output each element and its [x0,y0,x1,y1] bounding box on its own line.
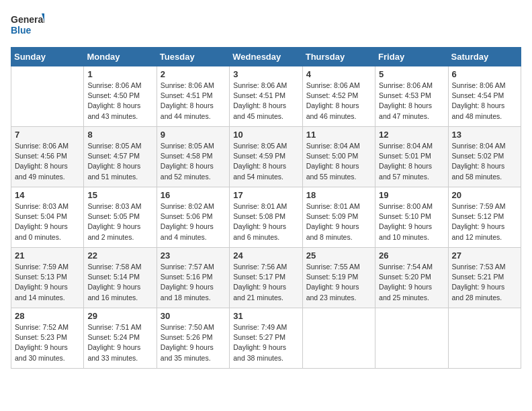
day-info: Sunrise: 8:04 AMSunset: 5:02 PMDaylight:… [452,141,517,182]
day-cell: 21 Sunrise: 7:59 AMSunset: 5:13 PMDaylig… [11,248,84,308]
day-info: Sunrise: 8:06 AMSunset: 4:50 PMDaylight:… [87,81,152,122]
day-cell: 20 Sunrise: 7:59 AMSunset: 5:12 PMDaylig… [448,187,521,248]
day-number: 24 [233,250,298,261]
day-cell: 1 Sunrise: 8:06 AMSunset: 4:50 PMDayligh… [84,66,157,127]
day-cell: 11 Sunrise: 8:04 AMSunset: 5:00 PMDaylig… [302,127,375,187]
weekday-header-thursday: Thursday [302,48,375,66]
weekday-header-saturday: Saturday [448,48,521,66]
day-number: 3 [233,69,298,79]
day-cell: 24 Sunrise: 7:56 AMSunset: 5:17 PMDaylig… [230,248,302,308]
day-info: Sunrise: 8:03 AMSunset: 5:04 PMDaylight:… [15,201,80,242]
day-cell [448,308,521,369]
day-number: 22 [87,250,152,261]
day-cell [11,66,84,127]
day-number: 28 [15,311,80,321]
day-cell: 18 Sunrise: 8:01 AMSunset: 5:09 PMDaylig… [302,187,375,248]
day-cell: 16 Sunrise: 8:02 AMSunset: 5:06 PMDaylig… [157,187,229,248]
day-cell: 6 Sunrise: 8:06 AMSunset: 4:54 PMDayligh… [448,66,521,127]
day-info: Sunrise: 7:50 AMSunset: 5:26 PMDaylight:… [161,322,226,363]
day-cell: 30 Sunrise: 7:50 AMSunset: 5:26 PMDaylig… [157,308,229,369]
day-number: 21 [15,250,80,261]
day-cell: 19 Sunrise: 8:00 AMSunset: 5:10 PMDaylig… [375,187,448,248]
day-info: Sunrise: 8:01 AMSunset: 5:08 PMDaylight:… [233,201,298,242]
day-info: Sunrise: 7:58 AMSunset: 5:14 PMDaylight:… [87,262,152,303]
day-info: Sunrise: 7:57 AMSunset: 5:16 PMDaylight:… [161,262,226,303]
day-info: Sunrise: 8:04 AMSunset: 5:01 PMDaylight:… [379,141,444,182]
day-cell: 12 Sunrise: 8:04 AMSunset: 5:01 PMDaylig… [375,127,448,187]
day-number: 6 [452,69,517,79]
day-cell [302,308,375,369]
day-info: Sunrise: 8:06 AMSunset: 4:52 PMDaylight:… [306,81,371,122]
day-number: 4 [306,69,371,79]
day-info: Sunrise: 8:01 AMSunset: 5:09 PMDaylight:… [306,201,371,242]
day-cell: 15 Sunrise: 8:03 AMSunset: 5:05 PMDaylig… [84,187,157,248]
day-cell: 25 Sunrise: 7:55 AMSunset: 5:19 PMDaylig… [302,248,375,308]
day-number: 18 [306,190,371,200]
day-number: 19 [379,190,444,200]
day-cell: 3 Sunrise: 8:06 AMSunset: 4:51 PMDayligh… [230,66,302,127]
calendar-container: General Blue SundayMondayTuesdayWednesda… [0,0,532,375]
day-info: Sunrise: 8:05 AMSunset: 4:59 PMDaylight:… [233,141,298,182]
week-row-1: 1 Sunrise: 8:06 AMSunset: 4:50 PMDayligh… [11,66,521,127]
day-cell: 28 Sunrise: 7:52 AMSunset: 5:23 PMDaylig… [11,308,84,369]
logo-svg: General Blue [11,11,44,39]
weekday-header-monday: Monday [84,48,157,66]
day-cell: 4 Sunrise: 8:06 AMSunset: 4:52 PMDayligh… [302,66,375,127]
day-info: Sunrise: 8:05 AMSunset: 4:58 PMDaylight:… [161,141,226,182]
day-cell: 10 Sunrise: 8:05 AMSunset: 4:59 PMDaylig… [230,127,302,187]
day-info: Sunrise: 8:06 AMSunset: 4:53 PMDaylight:… [379,81,444,122]
day-cell: 8 Sunrise: 8:05 AMSunset: 4:57 PMDayligh… [84,127,157,187]
day-cell: 23 Sunrise: 7:57 AMSunset: 5:16 PMDaylig… [157,248,229,308]
day-number: 23 [161,250,226,261]
day-number: 14 [15,190,80,200]
day-number: 10 [233,130,298,140]
svg-text:General: General [11,14,44,25]
day-info: Sunrise: 7:52 AMSunset: 5:23 PMDaylight:… [15,322,80,363]
day-number: 12 [379,130,444,140]
week-row-2: 7 Sunrise: 8:06 AMSunset: 4:56 PMDayligh… [11,127,521,187]
weekday-header-tuesday: Tuesday [157,48,229,66]
day-info: Sunrise: 8:06 AMSunset: 4:51 PMDaylight:… [233,81,298,122]
day-cell: 22 Sunrise: 7:58 AMSunset: 5:14 PMDaylig… [84,248,157,308]
day-info: Sunrise: 8:03 AMSunset: 5:05 PMDaylight:… [87,201,152,242]
day-cell [375,308,448,369]
day-info: Sunrise: 8:00 AMSunset: 5:10 PMDaylight:… [379,201,444,242]
day-cell: 7 Sunrise: 8:06 AMSunset: 4:56 PMDayligh… [11,127,84,187]
day-number: 17 [233,190,298,200]
day-info: Sunrise: 7:56 AMSunset: 5:17 PMDaylight:… [233,262,298,303]
logo: General Blue [11,11,44,39]
week-row-5: 28 Sunrise: 7:52 AMSunset: 5:23 PMDaylig… [11,308,521,369]
day-cell: 14 Sunrise: 8:03 AMSunset: 5:04 PMDaylig… [11,187,84,248]
day-info: Sunrise: 8:06 AMSunset: 4:54 PMDaylight:… [452,81,517,122]
day-cell: 31 Sunrise: 7:49 AMSunset: 5:27 PMDaylig… [230,308,302,369]
day-number: 1 [87,69,152,79]
day-number: 25 [306,250,371,261]
weekday-header-friday: Friday [375,48,448,66]
weekday-header-wednesday: Wednesday [230,48,302,66]
day-cell: 5 Sunrise: 8:06 AMSunset: 4:53 PMDayligh… [375,66,448,127]
day-cell: 9 Sunrise: 8:05 AMSunset: 4:58 PMDayligh… [157,127,229,187]
day-info: Sunrise: 8:02 AMSunset: 5:06 PMDaylight:… [161,201,226,242]
day-number: 7 [15,130,80,140]
day-info: Sunrise: 8:06 AMSunset: 4:51 PMDaylight:… [161,81,226,122]
week-row-4: 21 Sunrise: 7:59 AMSunset: 5:13 PMDaylig… [11,248,521,308]
day-cell: 26 Sunrise: 7:54 AMSunset: 5:20 PMDaylig… [375,248,448,308]
day-number: 2 [161,69,226,79]
day-number: 9 [161,130,226,140]
day-number: 29 [87,311,152,321]
day-info: Sunrise: 7:59 AMSunset: 5:12 PMDaylight:… [452,201,517,242]
day-number: 13 [452,130,517,140]
day-number: 27 [452,250,517,261]
svg-text:Blue: Blue [11,25,32,36]
day-number: 11 [306,130,371,140]
day-cell: 27 Sunrise: 7:53 AMSunset: 5:21 PMDaylig… [448,248,521,308]
day-cell: 29 Sunrise: 7:51 AMSunset: 5:24 PMDaylig… [84,308,157,369]
day-info: Sunrise: 8:05 AMSunset: 4:57 PMDaylight:… [87,141,152,182]
week-row-3: 14 Sunrise: 8:03 AMSunset: 5:04 PMDaylig… [11,187,521,248]
day-info: Sunrise: 8:06 AMSunset: 4:56 PMDaylight:… [15,141,80,182]
day-cell: 2 Sunrise: 8:06 AMSunset: 4:51 PMDayligh… [157,66,229,127]
day-info: Sunrise: 7:51 AMSunset: 5:24 PMDaylight:… [87,322,152,363]
day-info: Sunrise: 7:54 AMSunset: 5:20 PMDaylight:… [379,262,444,303]
day-number: 16 [161,190,226,200]
day-number: 8 [87,130,152,140]
